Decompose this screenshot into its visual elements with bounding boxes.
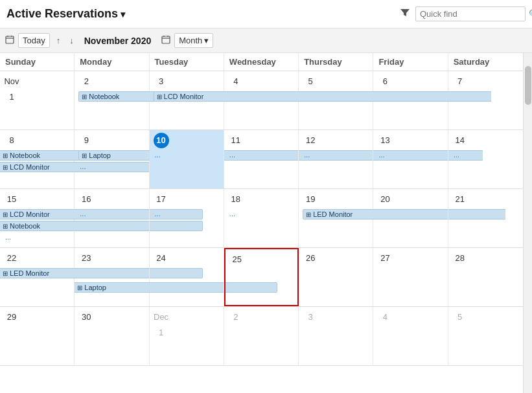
day-nov3[interactable]: 3 ⊞ LCD Monitor: [150, 71, 224, 129]
more-items-16[interactable]: ...: [78, 209, 145, 218]
day-header-thursday: Thursday: [299, 53, 373, 71]
day-nov9[interactable]: 9 ⊞ Laptop ...: [75, 130, 149, 188]
day-dec2[interactable]: 2: [224, 307, 299, 365]
day-nov26[interactable]: 26: [299, 248, 373, 306]
week-row-1: Nov 1 2 ⊞ Notebook 3 ⊞ L: [0, 71, 523, 130]
more-items-15[interactable]: ...: [4, 232, 70, 241]
day-nov1[interactable]: Nov 1: [0, 71, 75, 129]
view-label: Month: [179, 36, 202, 45]
day-header-sunday: Sunday: [0, 53, 75, 71]
calendar-main: Sunday Monday Tuesday Wednesday Thursday…: [0, 53, 523, 393]
day-nov12[interactable]: 12 ...: [299, 130, 373, 188]
page-title: Active Reservations ▾: [6, 7, 125, 21]
day-nov10[interactable]: 10 ...: [150, 130, 224, 188]
svg-rect-0: [6, 36, 14, 43]
nav-up-icon[interactable]: ↑: [54, 34, 64, 47]
title-chevron-icon[interactable]: ▾: [121, 9, 125, 19]
today-button[interactable]: Today: [18, 33, 50, 48]
week-row-4: 22 ⊞ LED Monitor 23 ⊞ Laptop: [0, 248, 523, 307]
title-text: Active Reservations: [6, 7, 118, 21]
day-nov2[interactable]: 2 ⊞ Notebook: [75, 71, 149, 129]
res-lcdmonitor-w1[interactable]: ⊞ LCD Monitor: [154, 91, 491, 102]
more-items-fri[interactable]: ...: [377, 150, 443, 159]
day-nov11[interactable]: 11 ...: [224, 130, 299, 188]
day-nov19[interactable]: 19 ⊞ LED Monitor: [299, 189, 373, 247]
quick-find-box[interactable]: 🔍: [415, 6, 526, 21]
today-label: Today: [23, 36, 45, 45]
svg-rect-4: [162, 36, 170, 43]
scrollbar-thumb[interactable]: [525, 66, 531, 105]
day-dec4[interactable]: 4: [373, 307, 448, 365]
month-year-label: November 2020: [84, 36, 152, 46]
day-header-saturday: Saturday: [448, 53, 523, 71]
day-header-friday: Friday: [373, 53, 448, 71]
day-header-wednesday: Wednesday: [224, 53, 299, 71]
quick-find-input[interactable]: [420, 9, 529, 19]
day-nov24[interactable]: 24: [150, 248, 224, 306]
day-nov28[interactable]: 28: [448, 248, 523, 306]
filter-icon[interactable]: [400, 8, 410, 21]
day-dec5[interactable]: 5: [448, 307, 523, 365]
day-nov14[interactable]: 14 ...: [448, 130, 523, 188]
more-items-thu[interactable]: ...: [303, 150, 369, 159]
day-nov20[interactable]: 20: [373, 189, 448, 247]
day-headers-row: Sunday Monday Tuesday Wednesday Thursday…: [0, 53, 523, 71]
more-items-tue[interactable]: ...: [154, 150, 220, 159]
week-row-2: 8 ⊞ Notebook ⊞ LCD Monitor 9: [0, 130, 523, 189]
app-header: Active Reservations ▾ 🔍: [0, 0, 532, 28]
day-nov29[interactable]: 29: [0, 307, 75, 365]
day-nov8[interactable]: 8 ⊞ Notebook ⊞ LCD Monitor: [0, 130, 75, 188]
day-nov21[interactable]: 21: [448, 189, 523, 247]
view-chevron-icon: ▾: [204, 36, 209, 45]
day-nov22[interactable]: 22 ⊞ LED Monitor: [0, 248, 75, 306]
week-row-5: 29 30 Dec 1 2 3 4 5: [0, 307, 523, 366]
day-nov25[interactable]: 25: [224, 248, 299, 306]
more-items-mon[interactable]: ...: [78, 162, 145, 171]
calendar-toolbar: Today ↑ ↓ November 2020 Month ▾: [0, 28, 532, 53]
calendar-view-icon: [161, 35, 170, 46]
day-nov17[interactable]: 17 ...: [150, 189, 224, 247]
week-row-3: 15 ⊞ LCD Monitor ⊞ Notebook ...: [0, 189, 523, 248]
view-selector-button[interactable]: Month ▾: [174, 33, 213, 48]
day-nov16[interactable]: 16 ...: [75, 189, 149, 247]
day-nov15[interactable]: 15 ⊞ LCD Monitor ⊞ Notebook ...: [0, 189, 75, 247]
calendar-container: Sunday Monday Tuesday Wednesday Thursday…: [0, 53, 532, 393]
calendar-grid: Nov 1 2 ⊞ Notebook 3 ⊞ L: [0, 71, 523, 366]
scrollbar[interactable]: [523, 53, 532, 393]
day-nov27[interactable]: 27: [373, 248, 448, 306]
more-items-17[interactable]: ...: [154, 209, 220, 218]
day-dec3[interactable]: 3: [299, 307, 373, 365]
calendar-scroll[interactable]: Nov 1 2 ⊞ Notebook 3 ⊞ L: [0, 71, 523, 393]
search-icon: 🔍: [529, 9, 532, 19]
more-items-wed[interactable]: ...: [228, 150, 294, 159]
calendar-small-icon: [5, 35, 14, 46]
more-items-18[interactable]: ...: [228, 209, 294, 218]
day-dec1[interactable]: Dec 1: [150, 307, 224, 365]
day-header-tuesday: Tuesday: [150, 53, 224, 71]
nav-down-icon[interactable]: ↓: [67, 34, 76, 47]
day-header-monday: Monday: [75, 53, 149, 71]
day-nov30[interactable]: 30: [75, 307, 149, 365]
more-items-sat[interactable]: ...: [452, 150, 519, 159]
day-nov18[interactable]: 18 ...: [224, 189, 299, 247]
day-nov13[interactable]: 13 ...: [373, 130, 448, 188]
day-nov23[interactable]: 23 ⊞ Laptop: [75, 248, 149, 306]
